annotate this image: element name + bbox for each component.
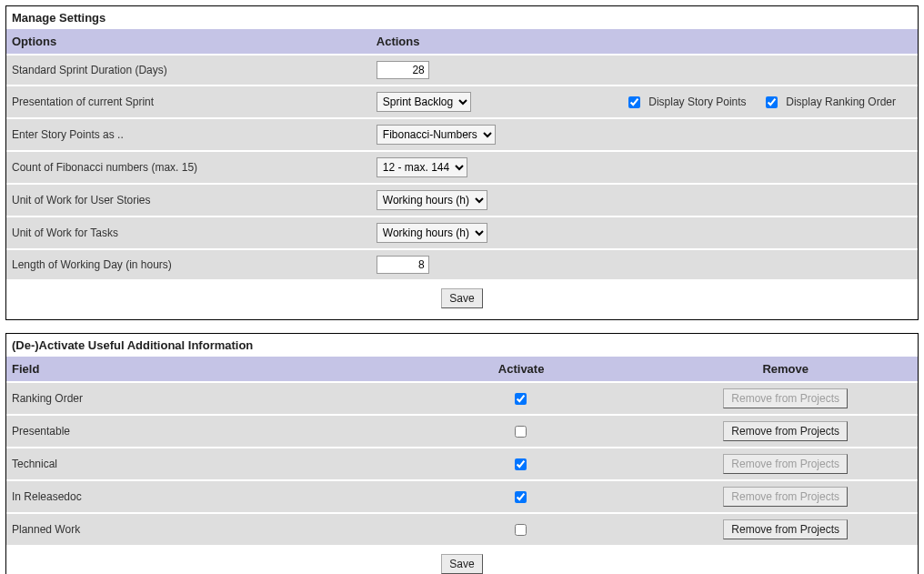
select-presentation[interactable]: Sprint Backlog bbox=[377, 92, 471, 112]
table-row: In ReleasedocRemove from Projects bbox=[6, 480, 918, 513]
field-label: Presentable bbox=[6, 415, 389, 448]
select-unit-tasks[interactable]: Working hours (h) bbox=[377, 223, 487, 243]
header-actions: Actions bbox=[371, 29, 918, 55]
manage-settings-title: Manage Settings bbox=[6, 6, 918, 29]
label-presentation: Presentation of current Sprint bbox=[6, 86, 371, 118]
table-row: PresentableRemove from Projects bbox=[6, 415, 918, 448]
row-presentation: Presentation of current Sprint Sprint Ba… bbox=[6, 86, 918, 118]
header-field: Field bbox=[6, 357, 389, 382]
table-row: Planned WorkRemove from Projects bbox=[6, 513, 918, 545]
row-story-points-as: Enter Story Points as .. Fibonacci-Numbe… bbox=[6, 118, 918, 151]
save-button-fields[interactable]: Save bbox=[441, 554, 482, 574]
row-sprint-duration: Standard Sprint Duration (Days) bbox=[6, 55, 918, 86]
activate-checkbox[interactable] bbox=[515, 426, 527, 438]
row-unit-tasks: Unit of Work for Tasks Working hours (h) bbox=[6, 217, 918, 249]
checkbox-display-ranking-order[interactable] bbox=[766, 96, 778, 108]
select-unit-stories[interactable]: Working hours (h) bbox=[377, 190, 487, 210]
select-fib-count[interactable]: 12 - max. 144 bbox=[377, 157, 467, 177]
row-day-length: Length of Working Day (in hours) bbox=[6, 249, 918, 279]
row-unit-stories: Unit of Work for User Stories Working ho… bbox=[6, 184, 918, 217]
field-label: Ranking Order bbox=[6, 382, 389, 415]
checkbox-display-story-points[interactable] bbox=[628, 96, 640, 108]
row-fib-count: Count of Fibonacci numbers (max. 15) 12 … bbox=[6, 151, 918, 184]
activate-checkbox[interactable] bbox=[515, 524, 527, 536]
remove-from-projects-button[interactable]: Remove from Projects bbox=[723, 519, 848, 539]
remove-from-projects-button: Remove from Projects bbox=[723, 388, 848, 408]
label-day-length: Length of Working Day (in hours) bbox=[6, 249, 371, 279]
header-remove: Remove bbox=[653, 357, 918, 382]
label-fib-count: Count of Fibonacci numbers (max. 15) bbox=[6, 151, 371, 184]
field-label: In Releasedoc bbox=[6, 480, 389, 513]
fields-table: Field Activate Remove Ranking OrderRemov… bbox=[6, 357, 918, 545]
label-sprint-duration: Standard Sprint Duration (Days) bbox=[6, 55, 371, 86]
remove-from-projects-button: Remove from Projects bbox=[723, 454, 848, 474]
label-unit-stories: Unit of Work for User Stories bbox=[6, 184, 371, 217]
remove-from-projects-button: Remove from Projects bbox=[723, 487, 848, 507]
fields-panel: (De-)Activate Useful Additional Informat… bbox=[5, 333, 919, 574]
label-unit-tasks: Unit of Work for Tasks bbox=[6, 217, 371, 249]
settings-table: Options Actions Standard Sprint Duration… bbox=[6, 29, 918, 279]
input-sprint-duration[interactable] bbox=[377, 61, 429, 79]
label-display-ranking-order: Display Ranking Order bbox=[786, 96, 896, 108]
table-row: TechnicalRemove from Projects bbox=[6, 448, 918, 480]
header-activate: Activate bbox=[389, 357, 654, 382]
activate-checkbox[interactable] bbox=[515, 491, 527, 503]
activate-checkbox[interactable] bbox=[515, 393, 527, 405]
field-label: Planned Work bbox=[6, 513, 389, 545]
select-story-points-as[interactable]: Fibonacci-Numbers bbox=[377, 125, 496, 145]
input-day-length[interactable] bbox=[377, 256, 429, 274]
table-row: Ranking OrderRemove from Projects bbox=[6, 382, 918, 415]
header-options: Options bbox=[6, 29, 371, 55]
remove-from-projects-button[interactable]: Remove from Projects bbox=[723, 421, 848, 441]
label-story-points-as: Enter Story Points as .. bbox=[6, 118, 371, 151]
fields-title: (De-)Activate Useful Additional Informat… bbox=[6, 334, 918, 357]
manage-settings-panel: Manage Settings Options Actions Standard… bbox=[5, 5, 919, 320]
activate-checkbox[interactable] bbox=[515, 458, 527, 470]
field-label: Technical bbox=[6, 448, 389, 480]
save-button-settings[interactable]: Save bbox=[441, 288, 482, 308]
label-display-story-points: Display Story Points bbox=[648, 96, 746, 108]
